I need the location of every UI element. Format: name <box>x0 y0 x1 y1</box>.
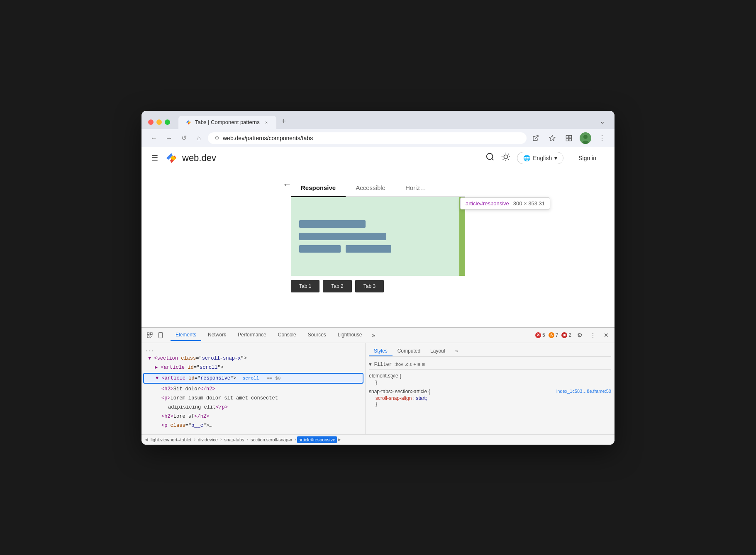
demo-tab-btn-3[interactable]: Tab 3 <box>355 280 384 292</box>
filter-icon3[interactable]: ⊟ <box>422 362 425 367</box>
site-name: web.dev <box>182 153 216 163</box>
dom-line-p1-cont: adipisicing elit</p> <box>141 403 365 412</box>
dropdown-arrow-icon: ▾ <box>554 155 557 161</box>
tab-nav-responsive[interactable]: Responsive <box>291 179 346 197</box>
breadcrumb-item-1[interactable]: div.device <box>196 436 219 443</box>
close-button[interactable] <box>148 119 154 125</box>
browser-tab[interactable]: Tabs | Component patterns × <box>178 116 276 129</box>
back-button[interactable]: ← <box>148 132 160 144</box>
devtools-tab-sources[interactable]: Sources <box>303 329 331 341</box>
styles-filter-row: ▼ Filter :hov .cls + ⊞ ⊟ <box>369 360 611 370</box>
devtools-tab-performance[interactable]: Performance <box>233 329 271 341</box>
dom-line-h2[interactable]: <h2>Sit dolor</h2> <box>141 385 365 394</box>
devtools-styles-panel: Styles Computed Layout » ▼ Filter :hov <box>366 343 615 434</box>
devtools-more-tabs[interactable]: » <box>369 330 379 340</box>
error-icon: ✕ <box>535 332 541 338</box>
devtools-settings-icon[interactable]: ⚙ <box>575 330 585 340</box>
maximize-button[interactable] <box>165 119 170 125</box>
tab-nav-horizontal[interactable]: Horiz… <box>395 179 436 197</box>
styles-prop-scroll: scroll-snap-align : start; <box>369 395 611 401</box>
filter-cls[interactable]: .cls <box>405 362 412 367</box>
breadcrumb-next-icon[interactable]: ▶ <box>338 437 341 442</box>
styles-tab-more[interactable]: » <box>450 346 463 356</box>
minimize-button[interactable] <box>156 119 162 125</box>
demo-bar-3 <box>299 245 341 253</box>
devtools-inspect-icon[interactable] <box>145 330 155 340</box>
breadcrumb-item-2[interactable]: snap-tabs <box>222 436 246 443</box>
svg-line-20 <box>508 159 509 160</box>
breadcrumb-item-4[interactable]: article#responsive <box>297 436 337 443</box>
profile-icon[interactable] <box>580 132 591 144</box>
styles-selector-snap: index_1c583…8e.frame:50 snap-tabs> secti… <box>369 389 611 394</box>
traffic-lights <box>148 119 170 125</box>
site-logo[interactable]: web.dev <box>165 151 216 165</box>
devtools-options-icon[interactable]: ⋮ <box>588 330 598 340</box>
svg-rect-6 <box>569 135 572 138</box>
demo-tab-btn-2[interactable]: Tab 2 <box>323 280 351 292</box>
svg-point-15 <box>487 153 493 160</box>
styles-tab-computed[interactable]: Computed <box>393 346 425 356</box>
styles-tabs: Styles Computed Layout » <box>369 346 611 357</box>
back-arrow[interactable]: ← <box>283 179 292 190</box>
extensions-icon[interactable] <box>563 132 575 144</box>
tab-nav-accessible[interactable]: Accessible <box>346 179 395 197</box>
devtools-close-icon[interactable]: ✕ <box>601 330 611 340</box>
devtools-tab-console[interactable]: Console <box>273 329 301 341</box>
demo-bar-row <box>299 245 457 253</box>
svg-rect-26 <box>147 336 149 338</box>
breadcrumb-expand-icon[interactable]: ◀ <box>145 437 148 442</box>
sign-in-button[interactable]: Sign in <box>570 151 605 165</box>
url-bar[interactable]: ⚙ web.dev/patterns/components/tabs <box>208 132 527 144</box>
info-icon: ■ <box>561 332 567 338</box>
devtools-tab-lighthouse[interactable]: Lighthouse <box>333 329 367 341</box>
breadcrumb-sep-2: › <box>247 437 248 442</box>
styles-tab-layout-label: Layout <box>430 348 445 354</box>
dom-line-h2-2[interactable]: <h2>Lore sf</h2> <box>141 412 365 421</box>
hamburger-menu[interactable]: ☰ <box>151 153 158 163</box>
open-new-icon[interactable] <box>530 132 541 144</box>
dom-line-article-responsive[interactable]: ▼ <article id="responsive"> scroll == $0 <box>143 373 363 384</box>
devtools-tab-elements[interactable]: Elements <box>171 329 201 341</box>
svg-rect-25 <box>147 333 149 335</box>
dom-line-article-scroll[interactable]: ▶ <article id="scroll"> <box>141 363 365 372</box>
svg-rect-28 <box>159 332 162 338</box>
styles-rule-snap: index_1c583…8e.frame:50 snap-tabs> secti… <box>369 389 611 407</box>
devtools-tab-elements-label: Elements <box>176 332 196 338</box>
demo-tab-btn-1[interactable]: Tab 1 <box>291 280 319 292</box>
search-button[interactable] <box>485 152 495 163</box>
devtools-tab-network[interactable]: Network <box>203 329 231 341</box>
site-header-actions: 🌐 English ▾ Sign in <box>485 151 605 165</box>
home-button[interactable]: ⌂ <box>193 132 205 144</box>
svg-line-24 <box>508 154 509 154</box>
forward-button[interactable]: → <box>163 132 175 144</box>
styles-selector-element: element.style { <box>369 373 611 379</box>
devtools-breadcrumb: ◀ light.viewport--tablet › div.device › … <box>141 434 615 445</box>
styles-tab-layout[interactable]: Layout <box>425 346 450 356</box>
svg-line-23 <box>503 159 503 160</box>
filter-hov[interactable]: :hov <box>395 362 403 367</box>
logo-icon <box>165 151 178 165</box>
dom-line[interactable]: ▼ <section class="scroll-snap-x"> <box>141 354 365 363</box>
styles-tab-styles[interactable]: Styles <box>369 346 393 356</box>
demo-preview <box>291 197 465 276</box>
reload-button[interactable]: ↺ <box>178 132 190 144</box>
theme-toggle-button[interactable] <box>501 152 510 163</box>
breadcrumb-item-0[interactable]: light.viewport--tablet <box>149 436 193 443</box>
dom-line-p2[interactable]: <p class="b__c">… <box>141 421 365 430</box>
dom-line-p1[interactable]: <p>Lorem ipsum dolor sit amet consectet <box>141 394 365 403</box>
new-tab-button[interactable]: + <box>278 116 290 127</box>
filter-plus[interactable]: + <box>413 362 416 367</box>
tab-nav-horizontal-label: Horiz… <box>405 184 426 191</box>
devtools-panel: Elements Network Performance Console Sou… <box>141 327 615 445</box>
styles-source[interactable]: index_1c583…8e.frame:50 <box>556 389 611 394</box>
tab-close-button[interactable]: × <box>263 119 270 126</box>
tab-expand-button[interactable]: ⌄ <box>596 116 608 127</box>
devtools-device-icon[interactable] <box>156 330 166 340</box>
bookmark-icon[interactable] <box>546 132 558 144</box>
breadcrumb-item-3[interactable]: section.scroll-snap-x <box>249 436 294 443</box>
more-options-icon[interactable]: ⋮ <box>596 132 608 144</box>
scroll-badge: scroll <box>241 375 261 381</box>
language-selector[interactable]: 🌐 English ▾ <box>517 152 563 164</box>
url-security-icon: ⚙ <box>215 135 219 141</box>
filter-icon2[interactable]: ⊞ <box>418 362 421 367</box>
